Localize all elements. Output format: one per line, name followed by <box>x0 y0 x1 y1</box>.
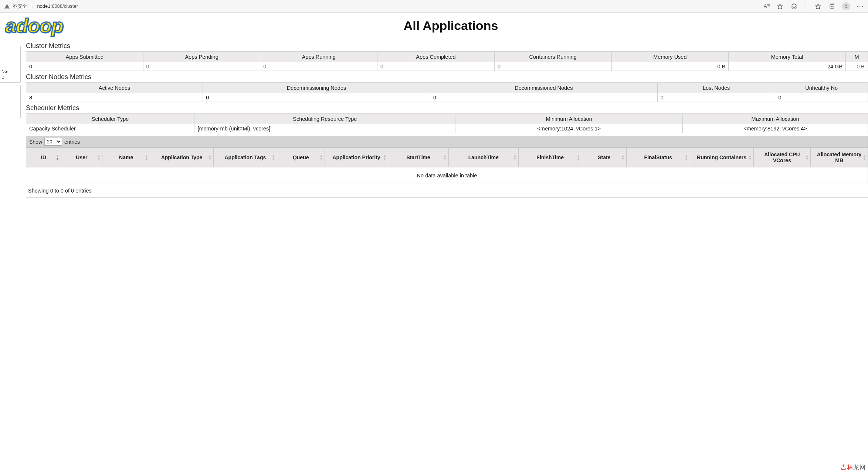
warning-icon <box>4 3 10 10</box>
divider: | <box>31 3 33 9</box>
unhealthy-nodes-link[interactable]: 0 <box>775 93 868 102</box>
browser-address-bar: 不安全 | node1:8088/cluster A⁹⁾ | ··· <box>0 0 868 13</box>
divider: | <box>806 2 807 10</box>
col-application-tags[interactable]: Application Tags▲▼ <box>213 148 277 167</box>
extensions-icon[interactable] <box>790 2 798 10</box>
datatable-info: Showing 0 to 0 of 0 entries <box>26 184 868 198</box>
scheduler-metrics-table: Scheduler Type Scheduling Resource Type … <box>26 113 868 133</box>
read-aloud-icon[interactable]: A⁹⁾ <box>764 2 770 10</box>
table-row: 3 0 0 0 0 <box>26 93 868 102</box>
col-state[interactable]: State▲▼ <box>582 148 626 167</box>
col-finishtime[interactable]: FinishTime▲▼ <box>518 148 582 167</box>
col-max-alloc-partial: Maximum Allocation <box>683 114 868 124</box>
table-row: Capacity Scheduler [memory-mb (unit=Mi),… <box>26 124 868 133</box>
col-apps-completed: Apps Completed <box>377 52 495 62</box>
col-running-containers[interactable]: Running Containers▲▼ <box>690 148 753 167</box>
cluster-metrics-table: Apps Submitted Apps Pending Apps Running… <box>26 51 868 71</box>
security-indicator[interactable]: 不安全 <box>4 3 27 10</box>
browser-toolbar-right: A⁹⁾ | ··· <box>764 2 864 10</box>
table-row: 0 0 0 0 0 0 B 24 GB 0 B <box>26 62 868 71</box>
more-icon[interactable]: ··· <box>856 2 864 10</box>
active-nodes-link[interactable]: 3 <box>26 93 203 102</box>
section-cluster-metrics: Cluster Metrics <box>26 42 868 50</box>
col-allocated-memory-mb[interactable]: Allocated Memory MB▲▼ <box>811 148 868 167</box>
col-scheduler-type: Scheduler Type <box>26 114 194 124</box>
col-id[interactable]: ID▲▼ <box>26 148 61 167</box>
nodes-metrics-table: Active Nodes Decommissioning Nodes Decom… <box>26 82 868 102</box>
section-scheduler-metrics: Scheduler Metrics <box>26 104 868 112</box>
decommissioning-nodes-link[interactable]: 0 <box>203 93 430 102</box>
main-content: adoop All Applications Cluster Metrics A… <box>21 13 868 198</box>
collections-icon[interactable] <box>828 2 836 10</box>
applications-table: ID▲▼User▲▼Name▲▼Application Type▲▼Applic… <box>26 147 868 184</box>
sidebar: NG D <box>0 13 21 198</box>
entries-select[interactable]: 102050100 <box>44 138 62 146</box>
svg-point-3 <box>845 4 847 6</box>
col-memory-reserved-partial: M <box>846 52 868 62</box>
svg-rect-0 <box>7 5 7 7</box>
empty-message: No data available in table <box>26 167 868 184</box>
col-containers-running: Containers Running <box>494 52 611 62</box>
col-apps-submitted: Apps Submitted <box>26 52 143 62</box>
col-active-nodes: Active Nodes <box>26 83 203 93</box>
col-user[interactable]: User▲▼ <box>61 148 102 167</box>
show-label: Show <box>29 139 42 145</box>
col-application-priority[interactable]: Application Priority▲▼ <box>325 148 388 167</box>
col-apps-pending: Apps Pending <box>143 52 260 62</box>
sidebar-nav-fragment-2[interactable] <box>0 85 21 118</box>
col-application-type[interactable]: Application Type▲▼ <box>150 148 214 167</box>
col-decommissioned-nodes: Decommissioned Nodes <box>430 83 657 93</box>
svg-rect-1 <box>7 7 7 8</box>
col-queue[interactable]: Queue▲▼ <box>277 148 325 167</box>
favorite-icon[interactable] <box>776 2 784 10</box>
page-title: All Applications <box>34 18 868 33</box>
col-apps-running: Apps Running <box>260 52 377 62</box>
col-memory-used: Memory Used <box>611 52 729 62</box>
decommissioned-nodes-link[interactable]: 0 <box>430 93 657 102</box>
datatable-length-control: Show 102050100 entries <box>26 136 868 147</box>
col-finalstatus[interactable]: FinalStatus▲▼ <box>626 148 690 167</box>
sidebar-nav-fragment[interactable]: NG D <box>0 46 21 83</box>
section-nodes-metrics: Cluster Nodes Metrics <box>26 73 868 81</box>
profile-avatar-icon[interactable] <box>842 2 850 10</box>
col-decommissioning-nodes: Decommissioning Nodes <box>203 83 430 93</box>
table-row-empty: No data available in table <box>26 167 868 184</box>
url-text[interactable]: node1:8088/cluster <box>37 3 78 9</box>
col-launchtime[interactable]: LaunchTime▲▼ <box>448 148 518 167</box>
favorites-list-icon[interactable] <box>814 2 822 10</box>
col-allocated-cpu-vcores[interactable]: Allocated CPU VCores▲▼ <box>753 148 811 167</box>
lost-nodes-link[interactable]: 0 <box>657 93 775 102</box>
entries-label: entries <box>64 139 80 145</box>
col-min-alloc: Minimum Allocation <box>455 114 683 124</box>
col-lost-nodes: Lost Nodes <box>657 83 775 93</box>
col-resource-type: Scheduling Resource Type <box>194 114 455 124</box>
security-label: 不安全 <box>13 3 27 10</box>
col-name[interactable]: Name▲▼ <box>102 148 150 167</box>
col-unhealthy-nodes-partial: Unhealthy No <box>775 83 868 93</box>
col-starttime[interactable]: StartTime▲▼ <box>388 148 448 167</box>
col-memory-total: Memory Total <box>729 52 846 62</box>
